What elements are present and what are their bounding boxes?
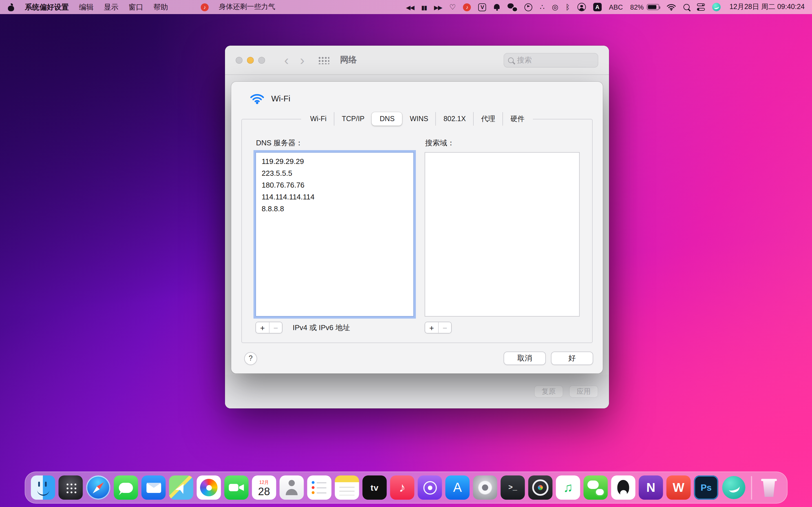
teal-app-status-icon[interactable]	[712, 3, 720, 11]
dns-add-button[interactable]: +	[256, 322, 269, 333]
ip-address-hint: IPv4 或 IPv6 地址	[293, 323, 350, 333]
airplay-icon[interactable]: ◎	[552, 3, 558, 11]
dots-status-icon[interactable]: ∴	[540, 3, 545, 11]
menu-bar-clock[interactable]: 12月28日 周二 09:40:24	[729, 2, 805, 12]
maps-icon[interactable]	[169, 475, 193, 500]
ok-button[interactable]: 好	[552, 352, 593, 364]
system-preferences-icon[interactable]	[473, 475, 497, 500]
photos-icon[interactable]	[197, 475, 221, 500]
battery-indicator[interactable]: 82%	[630, 3, 659, 11]
show-all-grid-icon[interactable]	[317, 56, 329, 64]
dns-server-row[interactable]: 223.5.5.5	[262, 167, 408, 179]
user-account-icon[interactable]	[577, 3, 586, 11]
dns-servers-listbox[interactable]: 119.29.29.29 223.5.5.5 180.76.76.76 114.…	[255, 152, 414, 317]
reminders-icon[interactable]	[307, 475, 332, 500]
apply-button[interactable]: 应用	[569, 386, 598, 397]
cancel-button[interactable]: 取消	[504, 352, 545, 364]
heart-icon[interactable]: ♡	[449, 3, 456, 11]
apple-music-icon[interactable]: ♪	[390, 475, 414, 500]
sheet-tabs: Wi-Fi TCP/IP DNS WINS 802.1X 代理 硬件	[301, 112, 533, 126]
camera-app-icon[interactable]	[528, 475, 553, 500]
wps-icon[interactable]: W	[666, 475, 691, 500]
notification-bell-icon[interactable]	[494, 3, 500, 11]
onenote-icon[interactable]: N	[639, 475, 663, 500]
terminal-glyph: >_	[508, 483, 517, 492]
dns-server-row[interactable]: 114.114.114.114	[262, 191, 408, 203]
wechat-icon[interactable]	[583, 475, 608, 500]
teal-circle-app-icon[interactable]	[722, 475, 746, 500]
bluetooth-icon[interactable]: ᛒ	[566, 3, 570, 11]
terminal-icon[interactable]: >_	[501, 475, 525, 500]
dns-remove-button[interactable]: −	[269, 322, 282, 333]
revert-button[interactable]: 复原	[535, 386, 563, 397]
menu-edit[interactable]: 编辑	[79, 2, 94, 12]
tab-proxies[interactable]: 代理	[473, 112, 502, 126]
traffic-lights	[236, 57, 265, 63]
trash-icon[interactable]	[757, 475, 781, 500]
dns-server-row[interactable]: 180.76.76.76	[262, 179, 408, 191]
tab-8021x[interactable]: 802.1X	[436, 112, 473, 126]
app-store-icon[interactable]: A	[446, 475, 470, 500]
calendar-icon[interactable]: 12月 28	[252, 475, 276, 500]
input-source-label[interactable]: ABC	[609, 3, 623, 11]
search-input[interactable]	[517, 56, 594, 64]
qq-music-icon[interactable]: ♫	[556, 475, 580, 500]
input-source-icon[interactable]: A	[593, 3, 602, 11]
menu-view[interactable]: 显示	[104, 2, 118, 12]
close-button[interactable]	[236, 57, 243, 63]
qq-icon[interactable]	[611, 475, 636, 500]
wechat-status-icon[interactable]	[508, 3, 517, 11]
apple-tv-icon[interactable]: tv	[363, 475, 387, 500]
service-header: Wi-Fi	[231, 82, 603, 104]
notes-icon[interactable]	[335, 475, 359, 500]
apple-menu-icon[interactable]	[7, 3, 15, 11]
wifi-advanced-sheet: Wi-Fi Wi-Fi TCP/IP DNS WINS 802.1X 代理 硬件…	[231, 82, 603, 374]
contacts-icon[interactable]	[280, 475, 304, 500]
tab-dns[interactable]: DNS	[372, 112, 402, 126]
help-button[interactable]: ?	[245, 352, 257, 364]
media-pause-icon[interactable]: ▮▮	[421, 4, 426, 10]
zoom-button[interactable]	[258, 57, 265, 63]
back-button[interactable]: ‹	[284, 53, 289, 67]
network-preferences-window: ‹ › 网络 复原 应用 Wi-Fi	[225, 46, 609, 408]
control-center-icon[interactable]	[697, 4, 705, 11]
launchpad-icon[interactable]	[59, 475, 83, 500]
photoshop-icon[interactable]: Ps	[694, 475, 718, 500]
wps-glyph: W	[673, 480, 684, 495]
tab-wins[interactable]: WINS	[402, 112, 436, 126]
dns-server-row[interactable]: 119.29.29.29	[262, 156, 408, 167]
menu-help[interactable]: 帮助	[153, 2, 168, 12]
netease-status-icon[interactable]: ♪	[463, 3, 471, 11]
preferences-search-field[interactable]	[504, 53, 598, 67]
sheet-footer: ? 取消 好	[245, 352, 593, 364]
media-next-icon[interactable]: ▶▶	[434, 4, 442, 10]
tab-hardware[interactable]: 硬件	[502, 112, 532, 126]
safari-icon[interactable]	[86, 475, 110, 500]
dock-divider	[751, 476, 752, 499]
music-glyph: ♪	[399, 480, 405, 495]
podcasts-icon[interactable]	[418, 475, 442, 500]
domain-remove-button[interactable]: −	[438, 322, 451, 333]
mail-icon[interactable]	[142, 475, 166, 500]
finder-icon[interactable]	[31, 475, 55, 500]
menu-window[interactable]: 窗口	[129, 2, 143, 12]
dns-server-row[interactable]: 8.8.8.8	[262, 203, 408, 215]
tv-glyph: tv	[370, 483, 378, 492]
menu-app-name[interactable]: 系统偏好设置	[25, 2, 69, 12]
tab-wifi[interactable]: Wi-Fi	[302, 112, 334, 126]
minimize-button[interactable]	[247, 57, 254, 63]
netease-music-icon[interactable]: ♪	[201, 3, 209, 11]
facetime-icon[interactable]	[224, 475, 249, 500]
search-domains-listbox[interactable]	[424, 152, 580, 317]
spotlight-icon[interactable]	[683, 4, 689, 10]
tab-tcpip[interactable]: TCP/IP	[334, 112, 372, 126]
play-circle-icon[interactable]	[525, 3, 532, 11]
search-domains-label: 搜索域：	[425, 138, 580, 148]
vpn-status-icon[interactable]: V	[478, 3, 486, 11]
forward-button[interactable]: ›	[300, 53, 305, 67]
messages-icon[interactable]	[114, 475, 138, 500]
media-prev-icon[interactable]: ◀◀	[406, 4, 414, 10]
battery-percent: 82%	[630, 3, 644, 11]
domain-add-button[interactable]: +	[425, 322, 438, 333]
wifi-status-icon[interactable]	[666, 3, 676, 11]
